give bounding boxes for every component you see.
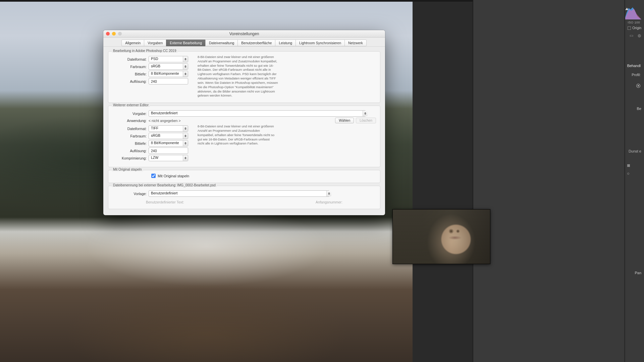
original-checkbox[interactable] <box>628 26 631 30</box>
farbraum-label: Farbraum: <box>112 65 149 69</box>
ext-bittiefe-select[interactable]: 8 Bit/Komponente <box>149 140 188 146</box>
tab-allgemein[interactable]: Allgemein <box>121 40 144 46</box>
spot-icon[interactable]: ◍ <box>637 33 642 38</box>
aufloesung-input[interactable] <box>149 78 188 84</box>
ext-farbraum-select[interactable]: sRGB <box>149 133 188 139</box>
naming-section: Dateibenennung bei externer Bearbeitung:… <box>108 186 380 209</box>
disclosure-icon[interactable] <box>627 164 630 167</box>
ext-dateiformat-label: Dateiformat: <box>112 127 149 131</box>
vorlage-label: Vorlage: <box>112 192 149 196</box>
ext-farbraum-label: Farbraum: <box>112 134 149 138</box>
ext-bittiefe-label: Bittiefe: <box>112 141 149 145</box>
tab-lightroom-sync[interactable]: Lightroom Synchronisieren <box>296 40 345 46</box>
chevron-updown-icon <box>183 155 188 161</box>
ext-aufloesung-input[interactable] <box>149 147 188 154</box>
external-description: 8-Bit-Dateien sind zwar kleiner und mit … <box>198 124 275 146</box>
choose-button[interactable]: Wählen <box>335 118 354 123</box>
anwendung-label: Anwendung: <box>112 119 149 123</box>
stack-checkbox-row[interactable]: Mit Original stapeln <box>151 174 376 178</box>
custom-text-label: Benutzerdefinierter Text: <box>146 200 184 204</box>
chevron-updown-icon <box>183 133 188 139</box>
start-number-label: Anfangsnummer: <box>316 200 342 204</box>
belichtung-label: Be <box>637 107 641 111</box>
tab-vorgaben[interactable]: Vorgaben <box>144 40 166 46</box>
iso-label: ISO 100 <box>628 21 640 24</box>
histogram[interactable] <box>625 6 641 19</box>
tab-netzwerk[interactable]: Netzwerk <box>344 40 367 46</box>
preferences-tabs: Allgemein Vorgaben Externe Bearbeitung D… <box>103 38 385 47</box>
tab-dateiverwaltung[interactable]: Dateiverwaltung <box>205 40 238 46</box>
develop-panel: ISO 100 Origin ▭ ◍ Behandl Profil: ⦿ Be … <box>473 0 644 362</box>
stack-checkbox[interactable] <box>151 174 156 178</box>
chevron-updown-icon <box>183 140 188 146</box>
ext-aufloesung-label: Auflösung: <box>112 149 149 153</box>
vorgabe-select[interactable]: Benutzerdefiniert <box>149 110 368 117</box>
chevron-updown-icon <box>183 71 188 77</box>
target-icon[interactable] <box>627 173 629 175</box>
anwendung-value: < nicht angegeben > <box>149 119 335 123</box>
preferences-dialog: Voreinstellungen Allgemein Vorgaben Exte… <box>103 30 385 215</box>
crop-icon[interactable]: ▭ <box>629 33 634 38</box>
dunst-label: Dunst e <box>629 149 641 153</box>
original-label: Origin <box>632 26 641 30</box>
external-section-title: Weiterer externer Editor <box>112 103 150 107</box>
bittiefe-select[interactable]: 8 Bit/Komponente <box>149 71 188 77</box>
webcam-overlay <box>392 209 490 264</box>
chevron-updown-icon <box>183 56 188 62</box>
photoshop-description: 8-Bit-Dateien sind zwar kleiner und mit … <box>198 55 278 98</box>
chevron-updown-icon <box>183 126 188 131</box>
vorgabe-label: Vorgabe: <box>112 112 149 116</box>
panel-divider <box>473 0 473 362</box>
photoshop-section-title: Bearbeitung in Adobe Photoshop CC 2019 <box>112 49 177 53</box>
dialog-titlebar[interactable]: Voreinstellungen <box>103 30 385 38</box>
stack-section-title: Mit Original stapeln <box>112 168 143 171</box>
vorlage-select[interactable]: Benutzerdefiniert <box>149 190 332 197</box>
tab-externe-bearbeitung[interactable]: Externe Bearbeitung <box>166 40 206 46</box>
chevron-updown-icon <box>326 191 331 196</box>
dateiformat-label: Dateiformat: <box>112 57 149 61</box>
chevron-updown-icon <box>363 111 368 116</box>
komprimierung-label: Komprimierung: <box>112 156 149 160</box>
tab-leistung[interactable]: Leistung <box>275 40 296 46</box>
farbraum-select[interactable]: sRGB <box>149 63 188 70</box>
naming-section-title: Dateibenennung bei externer Bearbeitung:… <box>112 183 217 187</box>
external-editor-section: Weiterer externer Editor Vorgabe: Benutz… <box>108 106 380 167</box>
bittiefe-label: Bittiefe: <box>112 72 149 76</box>
dialog-title: Voreinstellungen <box>103 32 385 36</box>
profil-label: Profil: <box>632 73 641 77</box>
ext-dateiformat-select[interactable]: TIFF <box>149 125 188 132</box>
behandlung-label: Behandl <box>627 64 641 68</box>
chevron-updown-icon <box>183 64 188 69</box>
eyedropper-icon[interactable]: ⦿ <box>636 83 641 88</box>
photoshop-section: Bearbeitung in Adobe Photoshop CC 2019 D… <box>108 51 380 103</box>
panel-label: Pan <box>635 271 641 275</box>
komprimierung-select[interactable]: LZW <box>149 155 188 161</box>
stack-section: Mit Original stapeln Mit Original stapel… <box>108 170 380 183</box>
stack-checkbox-label: Mit Original stapeln <box>158 174 189 178</box>
aufloesung-label: Auflösung: <box>112 79 149 83</box>
dateiformat-select[interactable]: PSD <box>149 56 188 62</box>
delete-button: Löschen <box>356 118 376 123</box>
panel-edge <box>624 0 625 362</box>
tab-benutzeroberflaeche[interactable]: Benutzeroberfläche <box>237 40 275 46</box>
